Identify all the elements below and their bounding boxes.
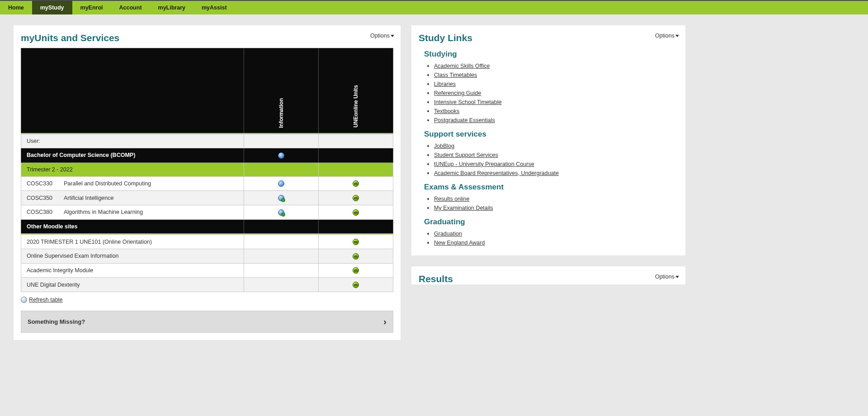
something-missing-toggle[interactable]: Something Missing? › (21, 311, 393, 333)
link-list: GraduationNew England Award (434, 230, 678, 246)
info-icon[interactable] (278, 152, 284, 159)
nav-account[interactable]: Account (111, 1, 150, 14)
unit-row: COSC330Parallel and Distributed Computin… (21, 176, 393, 191)
list-item: tUNEup - University Preparation Course (434, 161, 678, 167)
other-header-row: Other Moodle sites (21, 219, 393, 234)
nav-mystudy[interactable]: myStudy (32, 1, 72, 14)
header-blank (21, 48, 244, 133)
right-column: Options Study Links StudyingAcademic Ski… (411, 25, 685, 351)
other-site-row: 2020 TRIMESTER 1 UNE101 (Online Orientat… (21, 235, 393, 249)
results-panel: Options Results (411, 266, 685, 284)
study-link[interactable]: Graduation (434, 231, 462, 237)
study-link[interactable]: Results online (434, 196, 470, 202)
unit-name: Artificial Intelligence (64, 195, 113, 201)
units-panel: Options myUnits and Services Information… (14, 25, 401, 340)
program-cell: Bachelor of Computer Science (BCOMP) (21, 148, 244, 163)
unit-cell: COSC330Parallel and Distributed Computin… (21, 176, 244, 191)
list-item: Academic Skills Office (434, 62, 678, 69)
unit-name: Parallel and Distributed Computing (64, 180, 151, 187)
study-link[interactable]: Academic Skills Office (434, 63, 490, 69)
unit-code: COSC380 (27, 209, 64, 215)
study-link[interactable]: JobBlog (434, 143, 454, 149)
term-cell: Trimester 2 - 2022 (21, 162, 244, 176)
chevron-down-icon (675, 35, 679, 37)
moodle-icon[interactable] (353, 282, 359, 288)
list-item: Referencing Guide (434, 90, 678, 96)
header-information: Information (244, 48, 319, 133)
other-site-row: UNE Digital Dexterity (21, 278, 393, 292)
studylinks-options-dropdown[interactable]: Options (655, 33, 679, 39)
list-item: Postgraduate Essentials (434, 117, 678, 123)
list-item: Student Support Services (434, 151, 678, 158)
chevron-right-icon: › (383, 317, 387, 327)
moodle-icon[interactable] (353, 267, 359, 274)
study-links-title: Study Links (419, 33, 678, 43)
nav-myenrol[interactable]: myEnrol (72, 1, 111, 14)
unit-name: Algorithms in Machine Learning (64, 209, 143, 215)
main-container: Options myUnits and Services Information… (0, 14, 868, 351)
list-item: Class Timetables (434, 71, 678, 78)
other-site-cell: UNE Digital Dexterity (21, 278, 244, 292)
results-panel-title: Results (419, 274, 678, 284)
study-link[interactable]: Class Timetables (434, 72, 477, 78)
moodle-icon[interactable] (353, 195, 359, 201)
user-row: User: (21, 134, 393, 148)
section-heading: Exams & Assessment (424, 183, 678, 192)
list-item: New England Award (434, 239, 678, 246)
study-link[interactable]: Libraries (434, 81, 456, 87)
study-link[interactable]: Academic Board Representatives, Undergra… (434, 170, 559, 176)
study-link[interactable]: Postgraduate Essentials (434, 117, 495, 123)
unit-cell: COSC380Algorithms in Machine Learning (21, 205, 244, 220)
list-item: Libraries (434, 80, 678, 87)
moodle-icon[interactable] (353, 253, 359, 260)
nav-mylibrary[interactable]: myLibrary (150, 1, 193, 14)
link-list: JobBlogStudent Support ServicestUNEup - … (434, 142, 678, 176)
other-site-row: Academic Integrity Module (21, 263, 393, 278)
study-link[interactable]: Referencing Guide (434, 90, 481, 96)
nav-home[interactable]: Home (0, 1, 32, 14)
other-site-cell: Academic Integrity Module (21, 263, 244, 278)
list-item: Graduation (434, 230, 678, 237)
moodle-icon[interactable] (353, 239, 359, 245)
list-item: JobBlog (434, 142, 678, 149)
options-label: Options (655, 274, 675, 280)
unit-row: COSC380Algorithms in Machine Learning (21, 205, 393, 220)
link-list: Academic Skills OfficeClass TimetablesLi… (434, 62, 678, 123)
chevron-down-icon (675, 276, 679, 278)
info-icon[interactable] (278, 195, 284, 201)
section-heading: Graduating (424, 217, 678, 227)
info-icon[interactable] (278, 180, 284, 187)
missing-label: Something Missing? (28, 318, 85, 325)
units-header-row: Information UNEonline Units (21, 48, 393, 133)
units-table: Information UNEonline Units User:Bachelo… (21, 48, 393, 292)
list-item: Intensive School Timetable (434, 99, 678, 105)
list-item: Textbooks (434, 108, 678, 114)
refresh-label: Refresh table (29, 297, 62, 303)
chevron-down-icon (391, 35, 394, 37)
nav-myassist[interactable]: myAssist (193, 1, 235, 14)
list-item: Results online (434, 195, 678, 202)
units-panel-title: myUnits and Services (21, 33, 393, 43)
study-link[interactable]: My Examination Details (434, 205, 493, 211)
study-link[interactable]: Intensive School Timetable (434, 99, 501, 105)
unit-code: COSC330 (27, 180, 64, 187)
info-icon[interactable] (278, 209, 284, 216)
study-link[interactable]: New England Award (434, 240, 485, 246)
header-uneonline: UNEonline Units (319, 48, 393, 133)
study-link[interactable]: tUNEup - University Preparation Course (434, 161, 534, 167)
section-heading: Support services (424, 130, 678, 139)
units-options-dropdown[interactable]: Options (370, 33, 394, 39)
options-label: Options (370, 33, 390, 39)
moodle-icon[interactable] (353, 209, 359, 216)
user-label: User: (21, 134, 244, 148)
study-link[interactable]: Student Support Services (434, 152, 498, 158)
moodle-icon[interactable] (353, 180, 359, 187)
results-options-dropdown[interactable]: Options (655, 274, 679, 280)
options-label: Options (655, 33, 675, 39)
study-links-panel: Options Study Links StudyingAcademic Ski… (411, 25, 685, 255)
program-row: Bachelor of Computer Science (BCOMP) (21, 148, 393, 163)
section-heading: Studying (424, 50, 678, 59)
study-link[interactable]: Textbooks (434, 108, 459, 114)
globe-icon (21, 297, 27, 303)
refresh-table-link[interactable]: Refresh table (21, 297, 62, 303)
